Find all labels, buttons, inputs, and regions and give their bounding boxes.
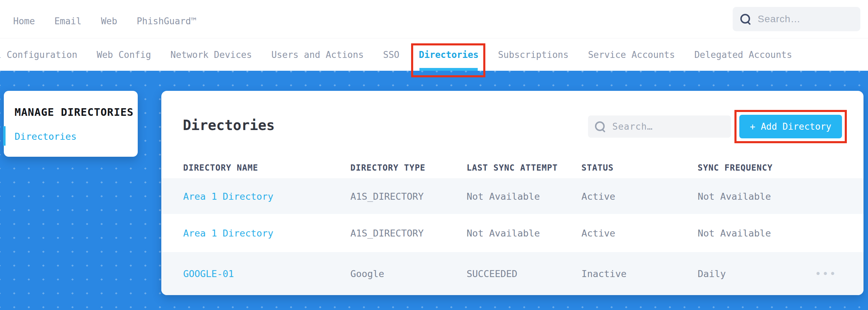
manage-directories-title: MANAGE DIRECTORIES bbox=[15, 106, 134, 118]
search-icon bbox=[740, 14, 751, 24]
topnav-item-home[interactable]: Home bbox=[13, 16, 35, 26]
tab-network-devices[interactable]: Network Devices bbox=[170, 50, 252, 60]
directory-type-cell: Google bbox=[350, 268, 384, 279]
tab-sso[interactable]: SSO bbox=[383, 50, 399, 60]
row-actions-ellipsis-icon[interactable]: ••• bbox=[815, 268, 837, 280]
last-sync-cell: Not Available bbox=[467, 228, 540, 239]
directory-name-link[interactable]: GOOGLE-01 bbox=[183, 268, 234, 279]
directories-panel: Directories + Add Directory DIRECTORY NA… bbox=[161, 91, 863, 295]
last-sync-cell: SUCCEEDED bbox=[467, 268, 517, 279]
hero-background: MANAGE DIRECTORIES Directories Directori… bbox=[0, 71, 868, 310]
table-row: Area 1 Directory A1S_DIRECTORY Not Avail… bbox=[161, 214, 863, 252]
sync-frequency-cell: Not Available bbox=[698, 191, 771, 201]
column-header-sync-frequency: SYNC FREQUENCY bbox=[698, 163, 773, 173]
status-cell: Inactive bbox=[581, 268, 627, 279]
global-search-box[interactable] bbox=[733, 7, 860, 31]
directory-name-link[interactable]: Area 1 Directory bbox=[183, 191, 273, 201]
topnav-item-email[interactable]: Email bbox=[54, 16, 82, 26]
directory-name-link[interactable]: Area 1 Directory bbox=[183, 228, 273, 239]
tab-email-configuration[interactable]: l Configuration bbox=[0, 50, 77, 60]
sync-frequency-cell: Not Available bbox=[698, 228, 771, 239]
column-header-last-sync-attempt: LAST SYNC ATTEMPT bbox=[467, 163, 558, 173]
directories-search-box[interactable] bbox=[588, 115, 731, 138]
tab-directories-label: Directories bbox=[419, 50, 478, 60]
tab-service-accounts[interactable]: Service Accounts bbox=[588, 50, 675, 60]
sync-frequency-cell: Daily bbox=[698, 268, 726, 279]
column-header-directory-type: DIRECTORY TYPE bbox=[350, 163, 425, 173]
global-search-input[interactable] bbox=[758, 14, 853, 25]
add-directory-button[interactable]: + Add Directory bbox=[739, 115, 842, 138]
table-header-row: DIRECTORY NAME DIRECTORY TYPE LAST SYNC … bbox=[161, 159, 863, 178]
top-nav-items: Home Email Web PhishGuard™ bbox=[13, 0, 196, 38]
tab-directories[interactable]: Directories bbox=[419, 50, 478, 60]
tab-web-config[interactable]: Web Config bbox=[97, 50, 151, 60]
last-sync-cell: Not Available bbox=[467, 191, 540, 201]
status-cell: Active bbox=[581, 228, 615, 239]
topnav-item-web[interactable]: Web bbox=[101, 16, 117, 26]
settings-tab-bar: l Configuration Web Config Network Devic… bbox=[0, 38, 868, 71]
column-header-status: STATUS bbox=[581, 163, 614, 173]
tab-subscriptions[interactable]: Subscriptions bbox=[498, 50, 569, 60]
tab-users-and-actions[interactable]: Users and Actions bbox=[271, 50, 364, 60]
settings-tab-items: l Configuration Web Config Network Devic… bbox=[0, 38, 792, 71]
sidebar-item-directories[interactable]: Directories bbox=[15, 131, 77, 142]
page-title: Directories bbox=[183, 117, 275, 133]
directory-type-cell: A1S_DIRECTORY bbox=[350, 191, 424, 201]
tab-delegated-accounts[interactable]: Delegated Accounts bbox=[694, 50, 792, 60]
directory-type-cell: A1S_DIRECTORY bbox=[350, 228, 424, 239]
top-navbar: Home Email Web PhishGuard™ bbox=[0, 0, 868, 38]
topnav-item-phishguard[interactable]: PhishGuard™ bbox=[137, 16, 196, 26]
app-window: Home Email Web PhishGuard™ l Configurati… bbox=[0, 0, 868, 310]
column-header-directory-name: DIRECTORY NAME bbox=[183, 163, 258, 173]
search-icon bbox=[595, 121, 605, 132]
table-row: Area 1 Directory A1S_DIRECTORY Not Avail… bbox=[161, 178, 863, 214]
table-row: GOOGLE-01 Google SUCCEEDED Inactive Dail… bbox=[161, 252, 863, 295]
manage-directories-card: MANAGE DIRECTORIES Directories bbox=[4, 91, 138, 157]
active-item-indicator-bar bbox=[3, 126, 6, 146]
status-cell: Active bbox=[581, 191, 615, 201]
directories-search-input[interactable] bbox=[612, 121, 724, 132]
